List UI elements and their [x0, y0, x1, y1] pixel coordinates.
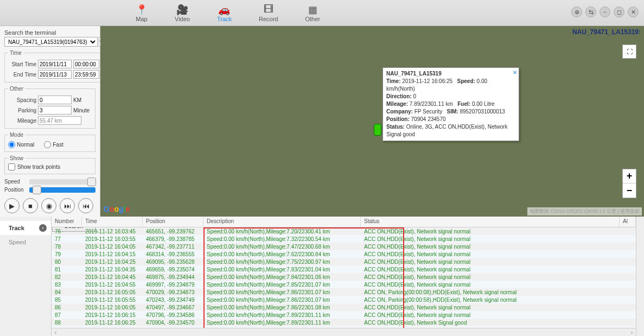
search-terminal-label: Search the terminal [4, 29, 95, 36]
table-row[interactable]: 882019-11-12 16:06:25470904, -99.234570S… [52, 319, 636, 326]
bottom-panel: Track› Speed Number Time Position Descri… [0, 217, 644, 336]
video-icon: 🎥 [176, 4, 188, 16]
end-date-input[interactable] [38, 70, 72, 79]
spacing-input[interactable] [38, 96, 72, 104]
nav-video[interactable]: 🎥Video [175, 4, 190, 22]
chevron-right-icon: › [39, 224, 47, 232]
tab-speed[interactable]: Speed [0, 235, 51, 249]
position-slider[interactable] [29, 187, 95, 193]
table-row[interactable]: 842019-11-12 16:05:05470029, -99.234873S… [52, 288, 636, 296]
top-toolbar: 📍Map 🎥Video 🚗Track 🎞Record ▦Other ⊕ ⇆ − … [0, 0, 644, 26]
table-row[interactable]: 892019-11-12 16:06:35471158, -99.234488S… [52, 326, 636, 328]
table-row[interactable]: 762019-11-12 16:03:45465651, -99.239762S… [52, 227, 636, 235]
table-row[interactable]: 832019-11-12 16:04:55469997, -99.234879S… [52, 281, 636, 288]
horizontal-scrollbar[interactable]: ‹› [52, 328, 636, 336]
map-canvas[interactable]: NAU_79471_LA15319: ⛶ +− ✕ NAU_79471_LA15… [100, 26, 644, 217]
map-pin-icon: 📍 [136, 4, 148, 16]
film-icon: 🎞 [264, 4, 273, 16]
tab-track[interactable]: Track› [0, 221, 51, 235]
table-row[interactable]: 802019-11-12 16:04:25469095, -99.235628S… [52, 258, 636, 265]
start-time-input[interactable] [73, 60, 99, 68]
record-button[interactable]: ◉ [41, 198, 56, 213]
table-row[interactable]: 852019-11-12 16:05:55470243, -99.234749S… [52, 296, 636, 303]
table-row[interactable]: 772019-11-12 16:03:55466379, -99.238785S… [52, 235, 636, 243]
google-logo: Google [104, 205, 130, 213]
btn-extra-1[interactable]: ⊕ [571, 7, 582, 17]
mileage-display [38, 116, 81, 125]
btn-minimize[interactable]: − [600, 7, 610, 17]
btn-restore[interactable]: ◻ [614, 7, 624, 17]
map-title: NAU_79471_LA15319: [572, 28, 641, 36]
start-date-input[interactable] [38, 60, 72, 68]
terminal-select[interactable]: NAU_79471_LA15319(0194763) [4, 37, 98, 47]
fullscreen-button[interactable]: ⛶ [622, 45, 636, 59]
vehicle-info-bubble: ✕ NAU_79471_LA15319 Time: 2019-11-12 16:… [382, 67, 519, 141]
mode-normal-radio[interactable]: Normal [8, 141, 34, 148]
grid-icon: ▦ [308, 4, 317, 16]
speed-slider[interactable] [29, 179, 95, 185]
bubble-close-icon[interactable]: ✕ [513, 69, 517, 77]
table-row[interactable]: 812019-11-12 16:04:35469659, -99.235074S… [52, 265, 636, 273]
vertical-scrollbar[interactable] [636, 217, 644, 336]
table-row[interactable]: 782019-11-12 16:04:05467342, -99.237711S… [52, 243, 636, 250]
nav-map[interactable]: 📍Map [136, 4, 148, 22]
mode-fast-radio[interactable]: Fast [44, 141, 63, 148]
step-fwd-button[interactable]: ⏭ [60, 198, 75, 213]
btn-swap[interactable]: ⇆ [585, 7, 596, 17]
stop-button[interactable]: ■ [23, 198, 38, 213]
zoom-in-button[interactable]: + [623, 169, 636, 183]
end-time-input[interactable] [73, 70, 99, 79]
table-row[interactable]: 872019-11-12 16:06:15470796, -99.234586S… [52, 311, 636, 319]
nav-record[interactable]: 🎞Record [259, 4, 278, 22]
parking-input[interactable] [38, 106, 72, 115]
show-track-points-checkbox[interactable]: Show track points [8, 163, 92, 170]
vehicle-marker[interactable] [374, 124, 381, 136]
btn-close[interactable]: ✕ [628, 7, 639, 17]
table-row[interactable]: 792019-11-12 16:04:15468314, -99.236555S… [52, 250, 636, 258]
zoom-out-button[interactable]: − [623, 183, 636, 198]
nav-track[interactable]: 🚗Track [217, 4, 232, 22]
step-back-button[interactable]: ⏮ [78, 198, 93, 213]
grid-header: Number Time Position Description Status … [52, 217, 636, 227]
map-credits: 地图数据 ©2019 GS(2011)6020 | 2 公里 | 使用条款 [527, 207, 642, 215]
play-button[interactable]: ▶ [4, 198, 20, 213]
left-panel: Search the terminal NAU_79471_LA15319(01… [0, 26, 100, 217]
nav-other[interactable]: ▦Other [305, 4, 321, 22]
table-row[interactable]: 862019-11-12 16:06:05470497, -99.234667S… [52, 303, 636, 311]
grid-body[interactable]: 762019-11-12 16:03:45465651, -99.239762S… [52, 227, 636, 328]
table-row[interactable]: 822019-11-12 16:04:45469875, -99.234944S… [52, 273, 636, 281]
car-icon: 🚗 [218, 4, 230, 16]
